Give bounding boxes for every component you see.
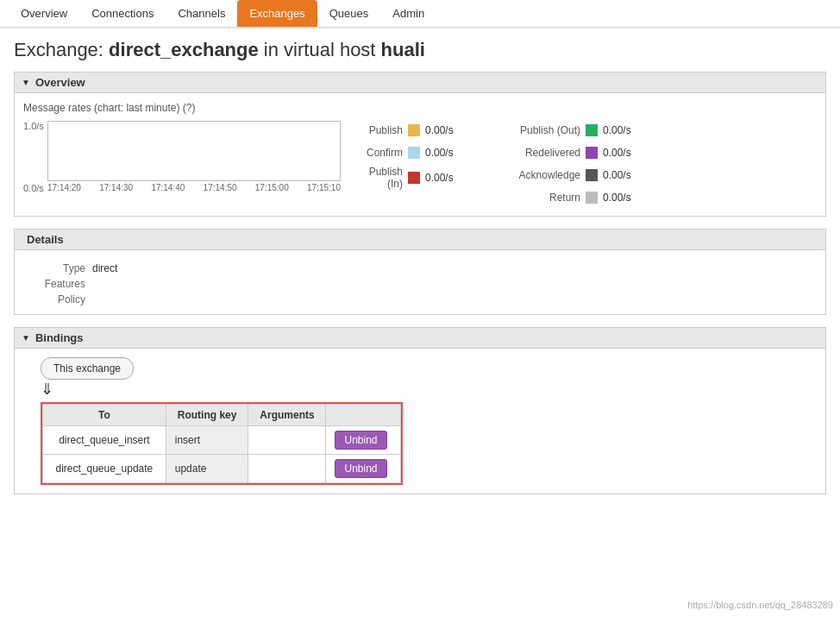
left-rate-table: Publish 0.00/s Confirm 0.00/s Publish (I… xyxy=(334,121,468,207)
nav-connections[interactable]: Connections xyxy=(79,0,166,27)
chart-area: 1.0/s 0.0/s 17:14:20 17:14:30 17:14:40 1… xyxy=(23,121,317,198)
col-to: To xyxy=(43,405,166,426)
vhost-name: huali xyxy=(381,39,425,60)
rate-value-acknowledge: 0.00/s xyxy=(603,169,646,181)
details-val-type: direct xyxy=(92,262,817,274)
page-title: Exchange: direct_exchange in virtual hos… xyxy=(14,39,826,61)
rate-label-publish-out: Publish (Out) xyxy=(494,124,580,136)
message-rates-label: Message rates (chart: last minute) (?) xyxy=(23,102,817,114)
table-row: direct_queue_update update Unbind xyxy=(43,455,401,483)
col-action xyxy=(326,405,401,426)
args-insert xyxy=(248,426,326,455)
publish-color xyxy=(408,124,420,136)
unbind-insert-cell: Unbind xyxy=(326,426,401,455)
rate-value-redelivered: 0.00/s xyxy=(603,147,646,159)
this-exchange-btn-wrapper: This exchange xyxy=(41,357,134,381)
rate-row-publish: Publish 0.00/s xyxy=(334,121,468,140)
details-val-features xyxy=(92,278,817,290)
rate-label-acknowledge: Acknowledge xyxy=(494,169,580,181)
chart-box xyxy=(47,121,341,181)
bindings-section-header: ▼ Bindings xyxy=(14,327,826,349)
routing-key-insert: insert xyxy=(166,426,248,455)
overview-section-body: Message rates (chart: last minute) (?) 1… xyxy=(14,93,826,217)
publish-out-color xyxy=(586,124,598,136)
rate-row-confirm: Confirm 0.00/s xyxy=(334,143,468,162)
nav-admin[interactable]: Admin xyxy=(380,0,436,27)
overview-section-header: ▼ Overview xyxy=(14,72,826,93)
chart-y-top: 1.0/s xyxy=(23,121,44,131)
rate-label-publish: Publish xyxy=(334,124,403,136)
details-section-header: Details xyxy=(14,229,826,250)
details-val-policy xyxy=(92,293,817,305)
details-section-body: Type direct Features Policy xyxy=(14,250,826,315)
rate-value-publish-out: 0.00/s xyxy=(603,124,646,136)
rate-row-publish-out: Publish (Out) 0.00/s xyxy=(494,121,646,140)
nav-overview[interactable]: Overview xyxy=(9,0,79,27)
details-label: Details xyxy=(27,233,64,246)
rate-value-confirm: 0.00/s xyxy=(425,147,468,159)
bindings-table-header-row: To Routing key Arguments xyxy=(43,405,401,426)
details-key-policy: Policy xyxy=(23,293,92,305)
details-key-type: Type xyxy=(23,262,92,274)
col-arguments: Arguments xyxy=(248,405,326,426)
unbind-update-cell: Unbind xyxy=(326,455,401,483)
rate-columns: Publish 0.00/s Confirm 0.00/s Publish (I… xyxy=(334,121,646,207)
rate-value-publish: 0.00/s xyxy=(425,124,468,136)
bindings-center: This exchange ⇓ To Routing key Arguments xyxy=(23,357,817,485)
bindings-label: Bindings xyxy=(35,331,84,344)
exchange-name: direct_exchange xyxy=(109,39,259,60)
rate-label-publish-in: Publish (In) xyxy=(334,166,403,190)
queue-update: direct_queue_update xyxy=(43,455,166,483)
routing-key-update: update xyxy=(166,455,248,483)
acknowledge-color xyxy=(586,169,598,181)
unbind-insert-button[interactable]: Unbind xyxy=(335,431,386,450)
this-exchange-button: This exchange xyxy=(41,357,134,380)
overview-label: Overview xyxy=(35,76,85,89)
chart-x-labels: 17:14:20 17:14:30 17:14:40 17:14:50 17:1… xyxy=(47,183,341,192)
details-key-features: Features xyxy=(23,278,92,290)
top-nav: Overview Connections Channels Exchanges … xyxy=(0,0,840,28)
publish-in-color xyxy=(408,172,420,184)
rates-container: 1.0/s 0.0/s 17:14:20 17:14:30 17:14:40 1… xyxy=(23,121,817,207)
rate-label-return: Return xyxy=(494,192,580,204)
bindings-table: To Routing key Arguments direct_queue_in… xyxy=(42,404,401,483)
rate-row-redelivered: Redelivered 0.00/s xyxy=(494,143,646,162)
chart-y-bottom: 0.0/s xyxy=(23,183,44,193)
details-table: Type direct Features Policy xyxy=(23,262,817,305)
arrow-down: ⇓ xyxy=(41,381,53,397)
page-content: Exchange: direct_exchange in virtual hos… xyxy=(0,28,840,517)
rate-label-confirm: Confirm xyxy=(334,147,403,159)
return-color xyxy=(586,192,598,204)
table-row: direct_queue_insert insert Unbind xyxy=(43,426,401,455)
redelivered-color xyxy=(586,147,598,159)
args-update xyxy=(248,455,326,483)
col-routing-key: Routing key xyxy=(166,405,248,426)
rate-value-return: 0.00/s xyxy=(603,192,646,204)
rate-row-publish-in: Publish (In) 0.00/s xyxy=(334,166,468,190)
confirm-color xyxy=(408,147,420,159)
nav-queues[interactable]: Queues xyxy=(317,0,381,27)
bindings-section-body: This exchange ⇓ To Routing key Arguments xyxy=(14,349,826,494)
unbind-update-button[interactable]: Unbind xyxy=(335,459,386,478)
overview-arrow: ▼ xyxy=(22,78,30,87)
rate-row-acknowledge: Acknowledge 0.00/s xyxy=(494,166,646,185)
rate-label-redelivered: Redelivered xyxy=(494,147,580,159)
bindings-table-wrapper: To Routing key Arguments direct_queue_in… xyxy=(41,402,403,485)
right-rate-table: Publish (Out) 0.00/s Redelivered 0.00/s … xyxy=(494,121,646,207)
rate-value-publish-in: 0.00/s xyxy=(425,172,468,184)
rate-row-return: Return 0.00/s xyxy=(494,188,646,207)
bindings-arrow: ▼ xyxy=(22,333,30,343)
queue-insert: direct_queue_insert xyxy=(43,426,166,455)
nav-exchanges[interactable]: Exchanges xyxy=(237,0,317,27)
nav-channels[interactable]: Channels xyxy=(166,0,237,27)
